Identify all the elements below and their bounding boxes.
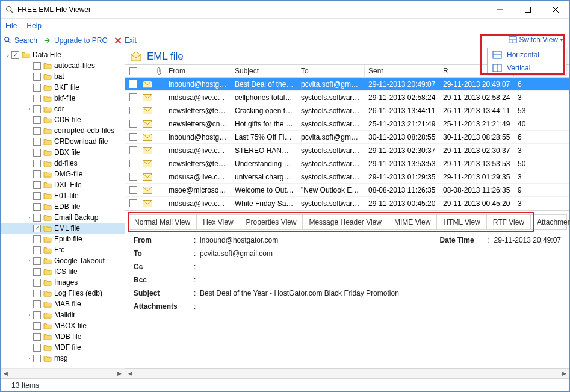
tree-item[interactable]: Etc	[1, 244, 125, 255]
tree-checkbox[interactable]	[33, 235, 41, 243]
sidebar-hscroll[interactable]: ◀ ▶	[1, 368, 125, 378]
row-checkbox[interactable]	[129, 186, 137, 194]
tab-message-header-view[interactable]: Message Header View	[303, 215, 388, 229]
tab-rtf-view[interactable]: RTF View	[487, 215, 531, 229]
scroll-right-icon[interactable]: ▶	[114, 369, 125, 379]
col-subject[interactable]: Subject	[231, 65, 297, 78]
tree-item[interactable]: MDF file	[1, 342, 125, 353]
tree-checkbox[interactable]	[33, 116, 41, 124]
tree-checkbox[interactable]	[33, 160, 41, 167]
table-row[interactable]: inbound@hostga…Last 75% Off Fire …pcvita…	[125, 131, 569, 144]
tree-item[interactable]: E01-file	[1, 190, 125, 201]
tree-checkbox[interactable]	[33, 203, 41, 211]
table-row[interactable]: mdsusa@live.comWhite Friday Sale …systoo…	[125, 197, 569, 210]
scroll-left-icon[interactable]: ◀	[125, 369, 135, 379]
tree-checkbox[interactable]	[33, 127, 41, 135]
table-row[interactable]: mdsusa@live.comSTEREO HANDSFR…systools.s…	[125, 144, 569, 157]
tree-checkbox[interactable]	[33, 279, 41, 287]
expand-icon[interactable]: ⌄	[4, 52, 11, 58]
tab-attachments[interactable]: Attachments	[531, 215, 570, 229]
tree-item[interactable]: EML file	[1, 223, 125, 234]
row-checkbox[interactable]	[129, 93, 137, 101]
tree-item[interactable]: ›cdr	[1, 104, 125, 114]
tree-checkbox[interactable]	[33, 290, 41, 297]
tree-root[interactable]: ⌄ Data File	[1, 49, 125, 60]
table-row[interactable]: newsletters@tech…Cracking open th…systoo…	[125, 104, 569, 117]
close-button[interactable]	[542, 1, 569, 18]
row-checkbox[interactable]	[129, 199, 137, 207]
tree-item[interactable]: BKF file	[1, 82, 125, 93]
tree-item[interactable]: DMG-file	[1, 169, 125, 179]
switch-option-horizontal[interactable]: Horizontal	[488, 48, 566, 61]
main-hscroll[interactable]: ◀ ▶	[125, 368, 569, 378]
row-checkbox[interactable]	[129, 146, 137, 154]
expand-icon[interactable]: ›	[26, 214, 33, 220]
attachment-column[interactable]	[154, 67, 165, 75]
tree-item[interactable]: Images	[1, 277, 125, 288]
tree-item[interactable]: Log Files (edb)	[1, 288, 125, 299]
table-row[interactable]: mdsusa@live.comcellphones total c…systoo…	[125, 91, 569, 104]
minimize-button[interactable]	[486, 1, 514, 18]
table-row[interactable]: inbound@hostga…Best Deal of the Y…pcvita…	[125, 78, 569, 91]
expand-icon[interactable]: ›	[26, 312, 33, 318]
tree-item[interactable]: bat	[1, 71, 125, 82]
tree-checkbox[interactable]	[33, 257, 41, 265]
upgrade-button[interactable]: Upgrade to PRO	[43, 36, 108, 45]
tree-item[interactable]: ›Google Takeout	[1, 255, 125, 266]
tree-checkbox[interactable]	[33, 311, 41, 319]
switch-view-button[interactable]: Switch View ▾	[505, 34, 566, 45]
tree-checkbox[interactable]	[33, 62, 41, 70]
tree-checkbox[interactable]	[11, 51, 19, 59]
col-to[interactable]: To	[297, 65, 365, 78]
menu-help[interactable]: Help	[26, 22, 42, 30]
row-checkbox[interactable]	[129, 120, 137, 128]
tree-checkbox[interactable]	[33, 344, 41, 352]
maximize-button[interactable]	[514, 1, 542, 18]
tree-checkbox[interactable]	[33, 300, 41, 308]
tree-checkbox[interactable]	[33, 225, 41, 232]
tab-normal-mail-view[interactable]: Normal Mail View	[128, 215, 197, 229]
menu-file[interactable]: File	[5, 22, 17, 30]
search-button[interactable]: Search	[4, 36, 37, 45]
tree-checkbox[interactable]	[33, 95, 41, 102]
tree-item[interactable]: ›msg	[1, 353, 125, 364]
table-row[interactable]: newsletters@tech…Understanding S…systool…	[125, 157, 569, 170]
tree-item[interactable]: dd-files	[1, 158, 125, 169]
tree-item[interactable]: MBOX file	[1, 320, 125, 331]
expand-icon[interactable]: ›	[26, 106, 33, 112]
col-sent[interactable]: Sent	[365, 65, 439, 78]
row-checkbox[interactable]	[129, 160, 137, 167]
tree-item[interactable]: CDR file	[1, 114, 125, 125]
exit-button[interactable]: Exit	[114, 36, 137, 45]
col-from[interactable]: From	[165, 65, 231, 78]
tree-checkbox[interactable]	[33, 333, 41, 341]
table-row[interactable]: msoe@microsoft.c…Welcome to Outl…"New Ou…	[125, 184, 569, 197]
row-checkbox[interactable]	[129, 173, 137, 181]
tree-checkbox[interactable]	[33, 170, 41, 178]
table-row[interactable]: newsletters@cnet…Hot gifts for the j…sys…	[125, 117, 569, 131]
tree-item[interactable]: Epub file	[1, 234, 125, 244]
tree-item[interactable]: EDB file	[1, 201, 125, 212]
row-checkbox[interactable]	[129, 80, 137, 88]
row-checkbox[interactable]	[129, 107, 137, 114]
tree-item[interactable]: MAB file	[1, 299, 125, 310]
scroll-left-icon[interactable]: ◀	[1, 369, 11, 379]
row-checkbox[interactable]	[129, 133, 137, 141]
tab-html-view[interactable]: HTML View	[437, 215, 486, 229]
tree-checkbox[interactable]	[33, 181, 41, 189]
folder-tree[interactable]: ⌄ Data File autocad-filesbatBKF filebkf-…	[1, 48, 125, 368]
tree-item[interactable]: ›Maildir	[1, 310, 125, 320]
tree-item[interactable]: CRDownload file	[1, 136, 125, 147]
tab-properties-view[interactable]: Properties View	[240, 215, 303, 229]
tab-hex-view[interactable]: Hex View	[197, 215, 240, 229]
tree-item[interactable]: MDB file	[1, 331, 125, 342]
tree-item[interactable]: DBX file	[1, 147, 125, 158]
switch-option-vertical[interactable]: Vertical	[488, 61, 566, 75]
table-row[interactable]: mdsusa@live.comuniversal charger …systoo…	[125, 170, 569, 184]
tree-checkbox[interactable]	[33, 149, 41, 157]
tree-checkbox[interactable]	[33, 84, 41, 92]
tree-checkbox[interactable]	[33, 214, 41, 222]
tree-item[interactable]: DXL File	[1, 179, 125, 190]
tree-checkbox[interactable]	[33, 355, 41, 362]
expand-icon[interactable]: ›	[26, 355, 33, 361]
